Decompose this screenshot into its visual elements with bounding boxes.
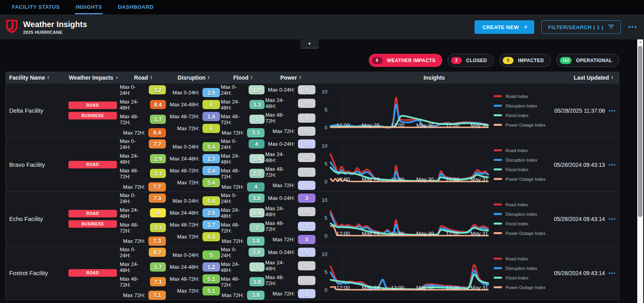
column-header-disruption[interactable]: Disruption▲▼: [167, 74, 221, 81]
metric-value-chip: 8.4: [148, 128, 166, 137]
insights-cell: 105012:00May 2912:00May 3012:00May 31Roa…: [316, 84, 552, 137]
x-axis-tick: May 30: [416, 231, 434, 237]
disruption-metrics: Max 0-24H:5Max 24-48H:1.2Max 48-72H:5.1M…: [167, 246, 221, 300]
metric-value-chip: 1: [249, 262, 265, 272]
metric-value-chip: 7.7: [149, 139, 166, 149]
x-axis-tick: May 30: [416, 285, 434, 291]
legend-label: Flood Index: [506, 167, 528, 172]
legend-label: Road Index: [506, 202, 528, 207]
road-index-line: [331, 211, 488, 235]
column-header-insights[interactable]: Insights: [316, 74, 552, 81]
weather-impact-badges: ROAD: [66, 138, 120, 192]
last-updated-cell: 05/28/2024 09:43:14•••: [552, 192, 619, 246]
y-axis-tick: 10: [322, 143, 327, 149]
insights-line-chart: 105012:00May 2912:00May 3012:00May 31: [319, 141, 490, 189]
disruption-metrics: Max 0-24H:2.5Max 24-48H:6Max 48-72H:1.4M…: [167, 84, 221, 137]
weather-impact-badges: ROADBUSINESS: [66, 192, 120, 246]
filter-chip-weather-impacts[interactable]: 6WEATHER IMPACTS: [369, 54, 442, 67]
metric-value-chip: 0: [298, 207, 315, 216]
row-kebab-icon[interactable]: •••: [609, 216, 616, 222]
legend-entry: Power Outage Index: [494, 285, 549, 290]
chip-label: OPERATIONAL: [576, 58, 612, 63]
metric-label: Max 24-48H:: [265, 205, 295, 217]
y-axis-tick: 0: [325, 233, 327, 239]
column-header-flood[interactable]: Flood▲▼: [221, 74, 265, 81]
column-header-facility-name[interactable]: Facility Name▲▼: [6, 74, 66, 81]
metric-line: Max 24-48H:8.4: [120, 99, 166, 111]
filter-chip-operational[interactable]: 162OPERATIONAL: [556, 54, 619, 67]
metric-label: Max 72H:: [177, 125, 199, 131]
metric-value-chip: 7.7: [148, 182, 166, 192]
y-axis-tick: 10: [322, 197, 327, 203]
metric-label: Max 48-72H:: [170, 168, 199, 174]
metric-value-chip: 3.8: [249, 277, 265, 286]
metric-value-chip: 1.4: [249, 208, 265, 217]
vertical-scrollbar[interactable]: ▲: [637, 39, 643, 303]
row-kebab-icon[interactable]: •••: [609, 270, 616, 276]
x-axis-tick: 12:00: [337, 176, 350, 182]
metric-line: Max 0-24H:2.9: [221, 246, 265, 258]
metric-line: Max 48-72H:1.7: [120, 113, 166, 125]
legend-entry: Road Index: [494, 148, 549, 153]
facility-name: Delta Facility: [6, 84, 66, 137]
flood-metrics: Max 0-24H:4Max 24-48H:1.4Max 48-72H:2.2M…: [221, 138, 265, 192]
x-axis-tick: 12:00: [337, 285, 350, 291]
metric-line: Max 24-48H:2.9: [120, 153, 166, 165]
legend-swatch: [494, 159, 502, 161]
impact-badge-business: BUSINESS: [68, 112, 117, 119]
metric-label: Max 72H:: [177, 234, 199, 240]
scroll-up-arrow-icon[interactable]: ▲: [637, 40, 643, 44]
metric-label: Max 0-24H:: [221, 84, 245, 96]
metric-value-chip: 2.4: [202, 166, 220, 175]
header-kebab-icon[interactable]: •••: [628, 23, 638, 31]
column-header-weather-impacts[interactable]: Weather Impacts▼: [66, 74, 120, 81]
insights-cell: 105012:00May 2912:00May 3012:00May 31Roa…: [316, 246, 552, 300]
metric-value-chip: 1: [298, 181, 315, 190]
x-axis-tick: May 29: [362, 285, 379, 291]
metric-label: Max 0-24H:: [173, 252, 199, 258]
column-header-last-updated[interactable]: Last Updated▲▼: [552, 74, 619, 81]
column-header-road[interactable]: Road▲▼: [120, 74, 167, 81]
metric-label: Max 0-24H:: [268, 87, 295, 93]
metric-value-chip: 3.3: [150, 169, 166, 178]
y-axis-tick: 10: [322, 251, 327, 257]
legend-entry: Road Index: [494, 202, 549, 207]
tab-dashboard[interactable]: DASHBOARD: [117, 0, 154, 14]
facility-name: Bravo Facility: [6, 138, 66, 192]
create-new-button[interactable]: CREATE NEW +: [475, 20, 534, 34]
plus-icon: +: [523, 23, 527, 31]
table-row: Echo FacilityROADBUSINESSMax 0-24H:7.3Ma…: [6, 192, 619, 246]
collapse-panel-button[interactable]: ▼: [300, 39, 319, 49]
metric-line: Max 0-24H:2.5: [173, 88, 220, 97]
metric-value-chip: 0: [298, 153, 315, 162]
app-header: Weather Insights 2025 HURRICANE CREATE N…: [0, 15, 644, 39]
x-axis-tick: 12:00: [391, 176, 404, 182]
last-updated-value: 05/28/2024 09:43:14: [554, 216, 605, 222]
metric-line: Max 72H:3.3: [222, 128, 265, 137]
metric-value-chip: 7.3: [149, 194, 166, 203]
metric-line: Max 48-72H:2.7: [170, 220, 220, 229]
tab-facility-status[interactable]: FACILITY STATUS: [11, 0, 60, 14]
sort-icon: ▲▼: [208, 76, 210, 80]
facility-name: Echo Facility: [6, 192, 66, 246]
column-header-label: Insights: [424, 74, 445, 81]
row-kebab-icon[interactable]: •••: [609, 108, 616, 113]
disruption-index-line: [331, 213, 488, 235]
impact-badge-road: ROAD: [68, 269, 117, 277]
metric-line: Max 0-24H:4: [221, 138, 265, 150]
metric-line: Max 72H:8.4: [123, 128, 166, 137]
filter-chip-impacted[interactable]: 5IMPACTED: [499, 54, 551, 67]
row-kebab-icon[interactable]: •••: [609, 162, 616, 168]
column-header-power[interactable]: Power▲▼: [265, 74, 316, 81]
sort-icon: ▲▼: [611, 76, 613, 80]
tab-insights[interactable]: INSIGHTS: [75, 0, 103, 14]
scrollbar-thumb[interactable]: [638, 46, 642, 217]
insights-line-chart: 105012:00May 2912:00May 3012:00May 31: [319, 249, 490, 297]
metric-line: Max 24-48H:1.4: [221, 207, 265, 219]
legend-swatch: [494, 105, 502, 107]
filter-search-button[interactable]: FILTER/SEARCH ( 1 ): [541, 20, 621, 34]
page-subtitle: 2025 HURRICANE: [23, 30, 87, 35]
legend-entry: Road Index: [494, 94, 549, 99]
metric-value-chip: 3.8: [247, 291, 265, 300]
filter-chip-closed[interactable]: 2CLOSED: [447, 54, 494, 67]
